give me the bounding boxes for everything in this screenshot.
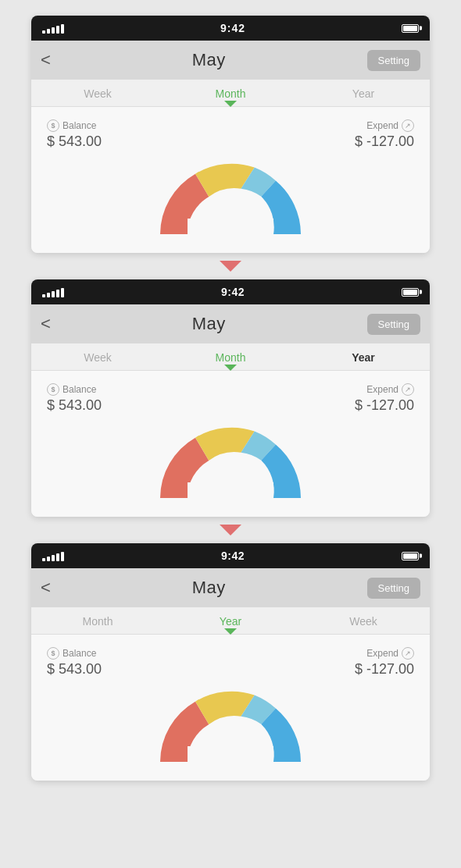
arrow-divider-1	[220, 253, 241, 279]
status-time-3: 9:42	[221, 550, 245, 562]
status-bar-1: 9:42	[31, 16, 430, 41]
back-button-2[interactable]: <	[41, 315, 51, 333]
arrow-divider-2	[220, 517, 241, 543]
balance-label-1: Balance	[63, 120, 96, 131]
balance-row-3: $ Balance $ 543.00 Expend ↗ $ -127.00	[47, 647, 414, 678]
expend-amount-2: $ -127.00	[355, 397, 414, 414]
screen-3: 9:42 < May Setting Month Year Week	[31, 543, 430, 781]
back-button-1[interactable]: <	[41, 52, 51, 69]
balance-label-row-2: $ Balance	[47, 383, 102, 396]
balance-right-2: Expend ↗ $ -127.00	[355, 383, 414, 414]
status-time-2: 9:42	[221, 286, 245, 298]
dollar-icon-3: $	[47, 647, 59, 660]
tab-month-1[interactable]: Month	[164, 87, 297, 106]
balance-label-row-3: $ Balance	[47, 647, 102, 660]
expend-arrow-icon-3: ↗	[402, 647, 414, 660]
expend-label-row-3: Expend ↗	[366, 647, 414, 660]
tab-week-1[interactable]: Week	[31, 87, 164, 106]
balance-left-3: $ Balance $ 543.00	[47, 647, 102, 678]
balance-label-row-1: $ Balance	[47, 119, 102, 132]
tab-year-1[interactable]: Year	[297, 87, 430, 106]
down-arrow-icon-2	[220, 525, 241, 535]
phone-frame-3: 9:42 < May Setting Month Year Week	[31, 543, 430, 781]
donut-chart-2	[152, 420, 309, 498]
status-bar-2: 9:42	[31, 279, 430, 304]
chart-container-3	[47, 684, 414, 762]
expend-amount-3: $ -127.00	[355, 661, 414, 678]
tab-bar-2: Week Month Year	[31, 343, 430, 371]
page-title-1: May	[192, 50, 226, 70]
dollar-icon-2: $	[47, 383, 59, 396]
phone-frame-2: 9:42 < May Setting Week Month Year	[31, 279, 430, 517]
expend-label-1: Expend	[366, 120, 398, 131]
back-button-3[interactable]: <	[41, 579, 51, 596]
screens-wrapper: 9:42 < May Setting Week Month Year	[0, 0, 461, 796]
status-time-1: 9:42	[220, 22, 245, 34]
expend-label-3: Expend	[366, 648, 398, 659]
tab-week-3[interactable]: Week	[297, 615, 430, 634]
content-area-1: $ Balance $ 543.00 Expend ↗ $ -127.00	[31, 107, 430, 253]
expend-amount-1: $ -127.00	[355, 133, 414, 150]
balance-row-2: $ Balance $ 543.00 Expend ↗ $ -127.00	[47, 383, 414, 414]
balance-label-2: Balance	[63, 384, 96, 395]
setting-button-1[interactable]: Setting	[367, 50, 420, 71]
balance-row-1: $ Balance $ 543.00 Expend ↗ $ -127.00	[47, 119, 414, 150]
balance-left-1: $ Balance $ 543.00	[47, 119, 102, 150]
tab-week-2[interactable]: Week	[31, 351, 164, 370]
setting-button-3[interactable]: Setting	[367, 578, 420, 599]
balance-amount-1: $ 543.00	[47, 133, 102, 150]
status-bar-3: 9:42	[31, 543, 430, 568]
nav-bar-2: < May Setting	[31, 304, 430, 343]
svg-rect-0	[188, 219, 273, 234]
signal-icon-2	[42, 286, 64, 297]
expend-arrow-icon-2: ↗	[402, 383, 414, 396]
balance-label-3: Balance	[63, 648, 96, 659]
signal-icon-3	[42, 550, 64, 561]
screen-2: 9:42 < May Setting Week Month Year	[31, 279, 430, 517]
content-area-3: $ Balance $ 543.00 Expend ↗ $ -127.00	[31, 635, 430, 781]
tab-month-2[interactable]: Month	[164, 351, 297, 370]
battery-icon-1	[402, 24, 419, 33]
balance-right-1: Expend ↗ $ -127.00	[355, 119, 414, 150]
chart-container-1	[47, 156, 414, 234]
setting-button-2[interactable]: Setting	[367, 314, 420, 335]
phone-frame-1: 9:42 < May Setting Week Month Year	[31, 16, 430, 253]
signal-icon	[42, 23, 64, 34]
battery-icon-3	[402, 552, 419, 560]
expend-label-2: Expend	[366, 384, 398, 395]
balance-right-3: Expend ↗ $ -127.00	[355, 647, 414, 678]
tab-bar-1: Week Month Year	[31, 80, 430, 107]
expend-arrow-icon-1: ↗	[402, 119, 414, 132]
svg-rect-2	[188, 746, 273, 762]
battery-icon-2	[402, 288, 419, 297]
nav-bar-3: < May Setting	[31, 568, 430, 607]
nav-bar-1: < May Setting	[31, 41, 430, 80]
tab-year-3[interactable]: Year	[164, 615, 297, 634]
screen-1: 9:42 < May Setting Week Month Year	[31, 16, 430, 253]
content-area-2: $ Balance $ 543.00 Expend ↗ $ -127.00	[31, 371, 430, 517]
svg-rect-1	[188, 482, 273, 498]
dollar-icon-1: $	[47, 119, 59, 132]
donut-chart-1	[152, 156, 309, 234]
tab-bar-3: Month Year Week	[31, 607, 430, 635]
balance-amount-2: $ 543.00	[47, 397, 102, 414]
donut-chart-3	[152, 684, 309, 762]
tab-year-2[interactable]: Year	[297, 351, 430, 370]
chart-container-2	[47, 420, 414, 498]
page-title-3: May	[192, 578, 226, 598]
expend-label-row-1: Expend ↗	[366, 119, 414, 132]
down-arrow-icon-1	[220, 261, 241, 272]
tab-month-3[interactable]: Month	[31, 615, 164, 634]
expend-label-row-2: Expend ↗	[366, 383, 414, 396]
balance-amount-3: $ 543.00	[47, 661, 102, 678]
balance-left-2: $ Balance $ 543.00	[47, 383, 102, 414]
page-title-2: May	[192, 314, 226, 334]
